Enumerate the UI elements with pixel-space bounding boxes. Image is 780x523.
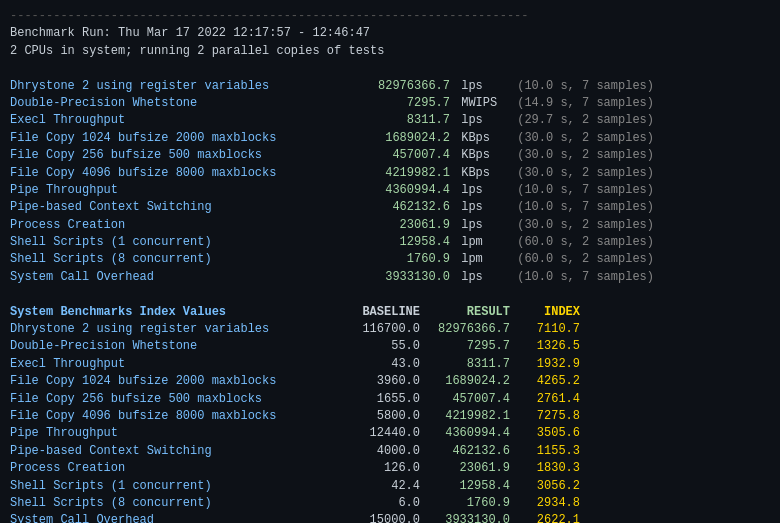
index-row-index: 1326.5	[510, 338, 580, 355]
index-row: Shell Scripts (1 concurrent)42.412958.43…	[10, 478, 770, 495]
index-row: File Copy 256 bufsize 500 maxblocks1655.…	[10, 391, 770, 408]
index-row-result: 23061.9	[420, 460, 510, 477]
index-col-baseline: BASELINE	[330, 304, 420, 321]
bench-unit: lps	[450, 112, 510, 129]
bench-unit: MWIPS	[450, 95, 510, 112]
bench-value: 8311.7	[330, 112, 450, 129]
bench-value: 462132.6	[330, 199, 450, 216]
index-row-label: Double-Precision Whetstone	[10, 338, 330, 355]
index-col-index: INDEX	[510, 304, 580, 321]
index-row-baseline: 43.0	[330, 356, 420, 373]
bench-extra: (10.0 s, 7 samples)	[510, 182, 654, 199]
bench-unit: lps	[450, 217, 510, 234]
index-row-result: 7295.7	[420, 338, 510, 355]
index-row-baseline: 5800.0	[330, 408, 420, 425]
index-row-baseline: 3960.0	[330, 373, 420, 390]
bench-label: Shell Scripts (8 concurrent)	[10, 251, 330, 268]
benchmark-run: Benchmark Run: Thu Mar 17 2022 12:17:57 …	[10, 25, 770, 42]
index-row-index: 3056.2	[510, 478, 580, 495]
bench-value: 23061.9	[330, 217, 450, 234]
index-header-row: System Benchmarks Index ValuesBASELINERE…	[10, 304, 770, 321]
index-row-index: 2934.8	[510, 495, 580, 512]
index-row-index: 7275.8	[510, 408, 580, 425]
bench-extra: (30.0 s, 2 samples)	[510, 147, 654, 164]
index-row: Process Creation126.023061.91830.3	[10, 460, 770, 477]
index-row-index: 3505.6	[510, 425, 580, 442]
benchmark-row: System Call Overhead3933130.0 lps (10.0 …	[10, 269, 770, 286]
benchmarks-list: Dhrystone 2 using register variables8297…	[10, 78, 770, 287]
index-row-baseline: 55.0	[330, 338, 420, 355]
bench-extra: (30.0 s, 2 samples)	[510, 165, 654, 182]
bench-label: File Copy 1024 bufsize 2000 maxblocks	[10, 130, 330, 147]
index-row-label: Process Creation	[10, 460, 330, 477]
bench-label: Pipe Throughput	[10, 182, 330, 199]
index-row-result: 12958.4	[420, 478, 510, 495]
benchmark-row: Process Creation23061.9 lps (30.0 s, 2 s…	[10, 217, 770, 234]
separator-top: ----------------------------------------…	[10, 8, 770, 25]
bench-unit: lps	[450, 269, 510, 286]
index-row: Execl Throughput43.08311.71932.9	[10, 356, 770, 373]
index-row: Dhrystone 2 using register variables1167…	[10, 321, 770, 338]
index-row-label: System Call Overhead	[10, 512, 330, 523]
index-row-result: 3933130.0	[420, 512, 510, 523]
bench-label: File Copy 256 bufsize 500 maxblocks	[10, 147, 330, 164]
benchmark-row: File Copy 4096 bufsize 8000 maxblocks421…	[10, 165, 770, 182]
index-row-baseline: 6.0	[330, 495, 420, 512]
bench-label: Double-Precision Whetstone	[10, 95, 330, 112]
index-row-index: 1932.9	[510, 356, 580, 373]
index-row-baseline: 116700.0	[330, 321, 420, 338]
bench-value: 1760.9	[330, 251, 450, 268]
index-row-label: Shell Scripts (8 concurrent)	[10, 495, 330, 512]
benchmark-row: Shell Scripts (1 concurrent)12958.4 lpm …	[10, 234, 770, 251]
index-row-baseline: 4000.0	[330, 443, 420, 460]
bench-unit: KBps	[450, 130, 510, 147]
bench-value: 4360994.4	[330, 182, 450, 199]
bench-label: Shell Scripts (1 concurrent)	[10, 234, 330, 251]
bench-extra: (30.0 s, 2 samples)	[510, 217, 654, 234]
bench-label: Pipe-based Context Switching	[10, 199, 330, 216]
index-row-label: Shell Scripts (1 concurrent)	[10, 478, 330, 495]
index-row: File Copy 4096 bufsize 8000 maxblocks580…	[10, 408, 770, 425]
bench-extra: (29.7 s, 2 samples)	[510, 112, 654, 129]
index-row: System Call Overhead15000.03933130.02622…	[10, 512, 770, 523]
index-row: Pipe Throughput12440.04360994.43505.6	[10, 425, 770, 442]
benchmark-row: Pipe-based Context Switching462132.6 lps…	[10, 199, 770, 216]
index-row-index: 2622.1	[510, 512, 580, 523]
bench-unit: lpm	[450, 234, 510, 251]
blank2	[10, 286, 770, 303]
index-row-result: 82976366.7	[420, 321, 510, 338]
index-row-baseline: 1655.0	[330, 391, 420, 408]
benchmark-row: Double-Precision Whetstone7295.7 MWIPS (…	[10, 95, 770, 112]
index-section: System Benchmarks Index ValuesBASELINERE…	[10, 304, 770, 523]
bench-extra: (10.0 s, 7 samples)	[510, 199, 654, 216]
index-row: Double-Precision Whetstone55.07295.71326…	[10, 338, 770, 355]
bench-value: 82976366.7	[330, 78, 450, 95]
index-row-label: File Copy 4096 bufsize 8000 maxblocks	[10, 408, 330, 425]
index-row-index: 2761.4	[510, 391, 580, 408]
index-row: Shell Scripts (8 concurrent)6.01760.9293…	[10, 495, 770, 512]
bench-value: 3933130.0	[330, 269, 450, 286]
bench-label: File Copy 4096 bufsize 8000 maxblocks	[10, 165, 330, 182]
index-row-label: Execl Throughput	[10, 356, 330, 373]
bench-extra: (60.0 s, 2 samples)	[510, 251, 654, 268]
index-row-baseline: 126.0	[330, 460, 420, 477]
bench-label: Execl Throughput	[10, 112, 330, 129]
benchmark-row: Execl Throughput8311.7 lps (29.7 s, 2 sa…	[10, 112, 770, 129]
bench-label: System Call Overhead	[10, 269, 330, 286]
bench-label: Dhrystone 2 using register variables	[10, 78, 330, 95]
bench-extra: (10.0 s, 7 samples)	[510, 78, 654, 95]
terminal: ----------------------------------------…	[10, 8, 770, 523]
bench-extra: (14.9 s, 7 samples)	[510, 95, 654, 112]
bench-unit: lps	[450, 78, 510, 95]
index-row-result: 8311.7	[420, 356, 510, 373]
bench-unit: lps	[450, 199, 510, 216]
index-section-title: System Benchmarks Index Values	[10, 304, 330, 321]
index-row-label: File Copy 1024 bufsize 2000 maxblocks	[10, 373, 330, 390]
bench-value: 12958.4	[330, 234, 450, 251]
bench-label: Process Creation	[10, 217, 330, 234]
bench-value: 457007.4	[330, 147, 450, 164]
index-row-result: 4219982.1	[420, 408, 510, 425]
index-row-index: 1830.3	[510, 460, 580, 477]
bench-unit: KBps	[450, 165, 510, 182]
index-row-label: Pipe Throughput	[10, 425, 330, 442]
